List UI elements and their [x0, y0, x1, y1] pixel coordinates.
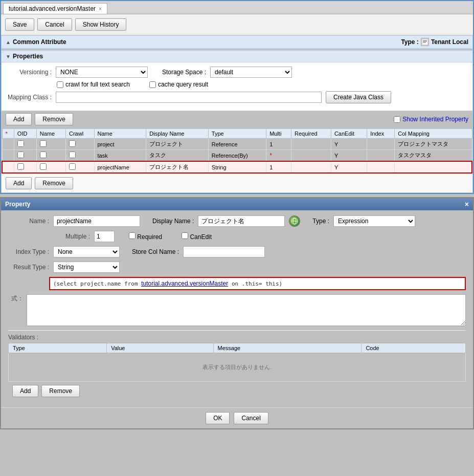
- name-checkbox[interactable]: [40, 163, 47, 170]
- cell-type: Reference(By): [208, 150, 266, 162]
- common-attr-toggle[interactable]: ▲: [6, 39, 11, 45]
- create-java-class-button[interactable]: Create Java Class: [326, 91, 391, 103]
- col-multi: Multi: [266, 129, 291, 139]
- cell-index: [367, 139, 395, 150]
- col-index: Index: [367, 129, 395, 139]
- crawl-row-checkbox[interactable]: [69, 152, 76, 158]
- cell-oid: [14, 139, 36, 150]
- col-star: *: [2, 129, 14, 139]
- store-col-input[interactable]: [183, 246, 265, 257]
- validators-label: Validators :: [8, 334, 466, 341]
- cell-multi: 1: [266, 139, 291, 150]
- required-checkbox[interactable]: [129, 232, 136, 239]
- col-display-name: Display Name: [146, 129, 209, 139]
- display-name-input[interactable]: [198, 215, 285, 227]
- validators-empty-row: 表示する項目がありません.: [9, 353, 466, 382]
- property-table-body: project プロジェクト Reference 1 Y プロジェクトマスタ: [2, 139, 472, 174]
- cell-can-edit: Y: [331, 150, 367, 162]
- col-oid: OID: [14, 129, 36, 139]
- expression-textarea[interactable]: [27, 294, 466, 326]
- index-type-select[interactable]: None: [53, 246, 120, 257]
- save-button[interactable]: Save: [5, 18, 34, 31]
- validators-body: 表示する項目がありません.: [9, 353, 466, 382]
- add-bottom-button[interactable]: Add: [6, 177, 32, 189]
- oid-checkbox[interactable]: [17, 152, 24, 158]
- oid-checkbox[interactable]: [17, 163, 24, 170]
- cell-name-chk: [36, 139, 65, 150]
- type-select[interactable]: Expression: [333, 215, 415, 227]
- remove-property-button[interactable]: Remove: [35, 113, 73, 125]
- show-inherited-label: Show Inherited Property: [402, 116, 468, 123]
- validators-add-button[interactable]: Add: [12, 385, 38, 397]
- show-inherited-checkbox[interactable]: [394, 116, 400, 123]
- properties-header: ▼ Properties: [2, 51, 472, 62]
- table-row-highlighted[interactable]: projectName プロジェクト名 String 1 Y: [2, 161, 472, 173]
- properties-body: Versioning : NONE Storage Space : defaul…: [2, 62, 472, 111]
- cell-oid: [14, 161, 36, 173]
- type-value: Tenant Local: [431, 38, 468, 46]
- crawl-checkbox[interactable]: [57, 81, 63, 88]
- cell-display-name: プロジェクト名: [146, 161, 209, 173]
- table-row[interactable]: project プロジェクト Reference 1 Y プロジェクトマスタ: [2, 139, 472, 150]
- multi-star: *: [269, 152, 272, 159]
- display-name-label: Display Name :: [152, 218, 194, 225]
- cell-star: [2, 161, 14, 173]
- versioning-select[interactable]: NONE: [56, 67, 148, 78]
- canedit-checkbox[interactable]: [182, 232, 188, 239]
- cell-required: [291, 139, 331, 150]
- cell-multi: *: [266, 150, 291, 162]
- cell-name: projectName: [94, 161, 146, 173]
- add-property-button[interactable]: Add: [6, 113, 32, 125]
- property-table-header: * OID Name Crawl Name Display Name Type …: [2, 129, 472, 139]
- dialog-footer: OK Cancel: [1, 407, 473, 428]
- multiple-required-row: Multiple : Required CanEdit: [49, 231, 466, 242]
- cancel-button[interactable]: Cancel: [37, 18, 72, 31]
- crawl-row-checkbox[interactable]: [69, 163, 76, 170]
- properties-toggle[interactable]: ▼: [6, 54, 11, 59]
- show-inherited-link[interactable]: Inherited Property: [420, 116, 468, 123]
- expression-link[interactable]: tutorial.advanced.versionMaster: [141, 280, 228, 287]
- cell-index: [367, 161, 395, 173]
- cache-checkbox[interactable]: [149, 81, 156, 88]
- validators-bottom-toolbar: Add Remove: [8, 382, 466, 400]
- name-checkbox[interactable]: [40, 152, 47, 158]
- cell-star: [2, 139, 14, 150]
- versioning-row: Versioning : NONE Storage Space : defaul…: [6, 67, 468, 78]
- cell-multi: 1: [266, 161, 291, 173]
- storage-space-select[interactable]: default: [210, 67, 292, 78]
- type-label-text: Type :: [312, 218, 329, 225]
- mapping-class-input[interactable]: [56, 92, 322, 103]
- cell-crawl: [65, 150, 94, 162]
- table-row[interactable]: task タスク Reference(By) * Y タスクマスタ: [2, 150, 472, 162]
- name-label: Name :: [8, 218, 49, 225]
- multiple-label: Multiple :: [49, 233, 90, 240]
- cell-name-chk: [36, 161, 65, 173]
- cell-index: [367, 150, 395, 162]
- index-type-label: Index Type :: [8, 248, 49, 255]
- cancel-dialog-button[interactable]: Cancel: [234, 412, 268, 424]
- col-can-edit: CanEdit: [331, 129, 367, 139]
- validators-remove-button[interactable]: Remove: [41, 385, 80, 397]
- name-display-type-row: Name : Display Name : Type : Expression: [8, 215, 466, 227]
- ok-button[interactable]: OK: [206, 412, 230, 424]
- name-checkbox[interactable]: [40, 140, 47, 147]
- common-attribute-section: ▲ Common Attribute Type : Tenant Local: [1, 35, 473, 49]
- multiple-input[interactable]: [94, 231, 115, 242]
- main-tab[interactable]: tutorial.advanced.versionMaster ×: [3, 3, 107, 14]
- cell-crawl: [65, 139, 94, 150]
- dialog-close-button[interactable]: ×: [465, 200, 469, 208]
- crawl-row-checkbox[interactable]: [69, 140, 76, 147]
- show-history-button[interactable]: Show History: [75, 18, 127, 31]
- crawl-checkbox-row: crawl for full text search: [57, 81, 130, 88]
- remove-bottom-button[interactable]: Remove: [35, 177, 73, 189]
- store-col-label: Store Col Name :: [132, 248, 179, 255]
- oid-checkbox[interactable]: [17, 140, 24, 147]
- properties-section: ▼ Properties Versioning : NONE Storage S…: [1, 50, 473, 193]
- result-type-select[interactable]: String: [53, 262, 120, 273]
- tab-close-btn[interactable]: ×: [99, 6, 102, 12]
- cell-required: [291, 161, 331, 173]
- index-storecol-row: Index Type : None Store Col Name :: [8, 246, 466, 257]
- name-input[interactable]: [53, 215, 140, 227]
- shiki-area: 式：: [8, 292, 466, 326]
- globe-button[interactable]: [289, 215, 300, 227]
